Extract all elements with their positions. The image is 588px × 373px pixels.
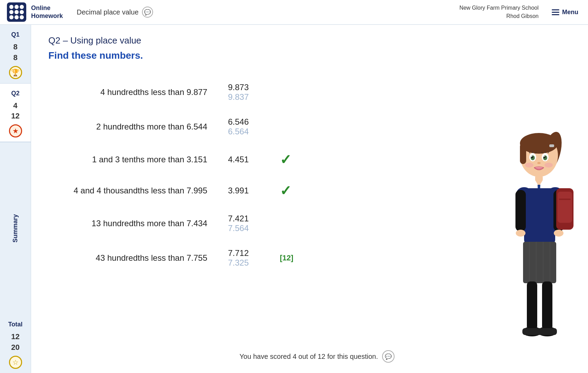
svg-point-20	[525, 163, 533, 168]
answer-block-4: 3.991	[228, 186, 269, 195]
q2-badge: ★	[9, 124, 22, 137]
answer-top-3: 4.451	[228, 155, 249, 164]
question-text-5: 13 hundredths more than 7.434	[48, 219, 228, 228]
checkmark-4: ✓	[280, 183, 292, 199]
answer-bottom-2: 6.564	[228, 127, 249, 136]
question-row: 4 hundredths less than 9.877 9.873 9.837	[48, 75, 471, 109]
main-layout: Q1 8 8 🏆 Q2 4 12 ★	[0, 25, 588, 373]
question-text-1: 4 hundredths less than 9.877	[48, 87, 228, 97]
sidebar-q1[interactable]: Q1 8 8 🏆	[0, 25, 31, 84]
q2-score: 4 12	[11, 101, 19, 122]
score-footer: You have scored 4 out of 12 for this que…	[239, 350, 395, 363]
question-text-6: 43 hundredths less than 7.755	[48, 253, 228, 263]
menu-button[interactable]: Menu	[549, 6, 581, 19]
sidebar-q2[interactable]: Q2 4 12 ★	[0, 84, 31, 142]
character-svg	[498, 124, 581, 373]
svg-point-11	[531, 156, 532, 157]
sidebar: Q1 8 8 🏆 Q2 4 12 ★	[0, 25, 31, 373]
svg-rect-4	[549, 144, 554, 147]
svg-point-34	[554, 230, 563, 237]
question-row: 4 and 4 thousandths less than 7.995 3.99…	[48, 175, 471, 206]
answer-block-5: 7.421 7.564	[228, 214, 269, 233]
svg-point-19	[537, 162, 541, 164]
answer-top-1: 9.873	[228, 83, 249, 92]
score-text: You have scored 4 out of 12 for this que…	[239, 353, 378, 361]
question-text-3: 1 and 3 tenths more than 3.151	[48, 155, 228, 164]
sidebar-summary[interactable]: Summary	[0, 142, 31, 315]
app-title: OnlineHomework	[31, 4, 63, 20]
svg-point-21	[544, 163, 553, 168]
answer-top-6: 7.712	[228, 248, 249, 258]
hamburger-icon	[552, 9, 559, 15]
question-row: 1 and 3 tenths more than 3.151 4.451 ✓	[48, 144, 471, 175]
header: OnlineHomework Decimal place value 💬 New…	[0, 0, 588, 25]
content-area: Q2 – Using place value Find these number…	[31, 25, 491, 373]
sidebar-total: Total 12 20 ☆	[0, 315, 31, 373]
answer-block-6: 7.712 7.325	[228, 248, 269, 268]
svg-rect-40	[527, 281, 537, 330]
question-text-2: 2 hundredths more than 6.544	[48, 122, 228, 132]
svg-rect-41	[542, 281, 552, 330]
question-text-4: 4 and 4 thousandths less than 7.995	[48, 186, 228, 195]
questions-grid: 4 hundredths less than 9.877 9.873 9.837…	[48, 75, 471, 275]
q1-badge: 🏆	[9, 66, 22, 79]
character-panel	[491, 25, 588, 373]
answer-bottom-6: 7.325	[228, 258, 249, 268]
answer-top-2: 6.546	[228, 117, 249, 127]
header-right: New Glory Farm Primary School Rhod Gibso…	[459, 4, 581, 20]
score-speech-icon[interactable]: 💬	[382, 350, 395, 363]
svg-rect-32	[559, 199, 571, 200]
svg-rect-3	[520, 143, 526, 164]
svg-rect-31	[558, 192, 572, 223]
question-row: 13 hundredths more than 7.434 7.421 7.56…	[48, 206, 471, 241]
q2-label: Q2	[11, 90, 19, 97]
answer-top-5: 7.421	[228, 214, 249, 223]
school-info: New Glory Farm Primary School Rhod Gibso…	[459, 4, 539, 20]
question-row: 2 hundredths more than 6.544 6.546 6.564	[48, 109, 471, 144]
svg-point-12	[544, 156, 545, 157]
total-badge: ☆	[9, 356, 22, 369]
total-score: 12 20	[11, 332, 19, 353]
total-label: Total	[8, 321, 23, 328]
answer-block-3: 4.451	[228, 155, 269, 164]
q1-label: Q1	[11, 31, 19, 38]
svg-rect-28	[515, 190, 526, 231]
hint-tag-6: [12]	[280, 254, 293, 262]
question-title: Q2 – Using place value	[48, 35, 471, 46]
answer-block-1: 9.873 9.837	[228, 83, 269, 102]
answer-block-2: 6.546 6.564	[228, 117, 269, 136]
logo-grid	[9, 5, 24, 19]
question-subtitle: Find these numbers.	[48, 50, 471, 61]
subject-speech-icon[interactable]: 💬	[142, 7, 153, 18]
app-logo[interactable]	[7, 2, 26, 22]
answer-bottom-5: 7.564	[228, 223, 249, 233]
answer-top-4: 3.991	[228, 186, 249, 195]
question-row: 43 hundredths less than 7.755 7.712 7.32…	[48, 241, 471, 275]
svg-rect-35	[523, 242, 556, 283]
checkmark-3: ✓	[280, 152, 292, 168]
svg-rect-45	[538, 328, 557, 335]
q1-score: 8 8	[13, 42, 17, 63]
subject-title: Decimal place value 💬	[77, 7, 153, 18]
answer-bottom-1: 9.837	[228, 92, 249, 102]
svg-point-33	[516, 230, 525, 237]
